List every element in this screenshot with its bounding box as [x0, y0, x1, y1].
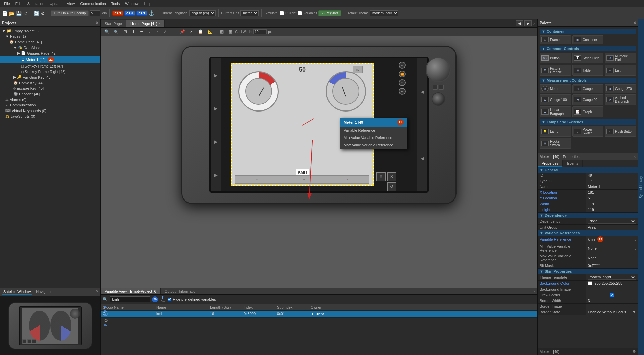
- vv-search-input[interactable]: [110, 296, 150, 302]
- col-length[interactable]: Length (Bits): [210, 305, 244, 309]
- prop-borderwidth-value[interactable]: 3: [586, 298, 638, 303]
- prop-unitgroup-value[interactable]: Area: [586, 225, 638, 230]
- tab-nav-right[interactable]: ▶: [524, 20, 532, 26]
- container-section-header[interactable]: ▼ Container: [540, 29, 636, 34]
- dependency-select[interactable]: None: [588, 219, 636, 224]
- palette-list[interactable]: ≡ List: [605, 65, 636, 76]
- align-right-tool[interactable]: ↔: [153, 28, 160, 35]
- save-icon[interactable]: 💾: [16, 11, 22, 16]
- palette-gauge180[interactable]: ◒ Gauge 180: [540, 94, 571, 105]
- print-icon[interactable]: 🖨: [23, 11, 28, 16]
- prop-typeid-value[interactable]: 17: [586, 178, 638, 184]
- max-varref-edit-btn[interactable]: …: [632, 256, 636, 260]
- align-left-tool[interactable]: ⬅: [138, 28, 145, 35]
- tree-item-meter1[interactable]: ⚙ Meter 1 [49] 22: [0, 56, 100, 63]
- varref-edit-btn[interactable]: …: [632, 237, 636, 241]
- props-tab-events[interactable]: Events: [563, 160, 583, 167]
- dependency-section-header[interactable]: ▼ Dependency: [538, 213, 638, 218]
- tree-item-datamask[interactable]: ▼ 🎭 DataMask: [0, 45, 100, 50]
- borderstate-edit-btn[interactable]: ▼: [632, 310, 636, 314]
- palette-rockerswitch[interactable]: ⊟ Rocker Switch: [540, 138, 571, 149]
- palette-frame[interactable]: ☐ Frame: [540, 35, 571, 44]
- can-button-3[interactable]: CAN: [136, 11, 147, 16]
- menu-view[interactable]: View: [64, 1, 78, 6]
- tree-item-softkey-right[interactable]: □ Softkey Frame Right [48]: [0, 69, 100, 74]
- tab-close-button[interactable]: ×: [158, 21, 160, 25]
- left-arrow-2[interactable]: ▶: [211, 100, 221, 117]
- align-center-tool[interactable]: ↕: [146, 28, 152, 35]
- tree-item-escapekey[interactable]: ⎋ Escape Key [45]: [0, 86, 100, 91]
- symbol-library-sidebar[interactable]: Symbol Library: [638, 19, 644, 355]
- prop-dependency-value[interactable]: None: [586, 218, 638, 224]
- can-button-1[interactable]: CAN: [112, 11, 123, 16]
- lock-tool[interactable]: 📌: [178, 28, 187, 35]
- side-btn-1[interactable]: [433, 85, 438, 90]
- props-settings-icon[interactable]: ⚙: [633, 349, 636, 354]
- tree-item-functionkey[interactable]: ▶ 🔑 Function Key [43]: [0, 74, 100, 80]
- palette-pushbutton[interactable]: ⊙ Push Button: [605, 126, 636, 137]
- left-arrow-4[interactable]: ▶: [211, 167, 221, 183]
- prop-height-value[interactable]: 119: [586, 207, 638, 212]
- prop-bgimage-value[interactable]: [586, 286, 638, 292]
- prop-max-varref-value[interactable]: None …: [586, 253, 638, 263]
- tree-item-communication[interactable]: ↔ Communication: [0, 102, 100, 108]
- palette-table[interactable]: ⊞ Table: [572, 65, 603, 76]
- lamps-section-header[interactable]: ▼ Lamps and Switches: [540, 119, 636, 125]
- prop-id-value[interactable]: 49: [586, 173, 638, 178]
- sync-icon[interactable]: 🔄: [34, 11, 39, 16]
- tab-nav-left[interactable]: ◀: [516, 20, 523, 26]
- restart-button[interactable]: ● (Re)Start: [318, 10, 341, 16]
- menu-file[interactable]: File: [1, 1, 13, 6]
- main-knob[interactable]: [426, 57, 451, 82]
- var-btn-2[interactable]: Var: [104, 310, 109, 313]
- left-arrow-1[interactable]: ▶: [211, 67, 221, 84]
- tree-item-alarms[interactable]: ⚠ Alarms (0): [0, 97, 100, 102]
- side-btn-2[interactable]: [439, 85, 444, 90]
- prop-bgcolor-value[interactable]: 255,255,255,255: [586, 281, 638, 286]
- zoom-search-icon[interactable]: 🔍: [103, 297, 108, 302]
- min-varref-edit-btn[interactable]: …: [632, 246, 636, 250]
- palette-graph[interactable]: 📈 Graph: [572, 106, 603, 117]
- variables-checkbox[interactable]: [298, 11, 302, 15]
- context-min-variable[interactable]: Min Value Variable Reference: [340, 134, 407, 141]
- auto-backup-button[interactable]: Turn On Auto Backup: [51, 10, 89, 16]
- var-btn-4[interactable]: Var: [104, 324, 109, 327]
- prop-xlocation-value[interactable]: 181: [586, 190, 638, 195]
- var-btn-1[interactable]: Var: [104, 306, 109, 309]
- palette-gauge90[interactable]: ◓ Gauge 90: [572, 94, 603, 105]
- prop-ylocation-value[interactable]: 51: [586, 195, 638, 201]
- common-section-header[interactable]: ▼ Common Controls: [540, 46, 636, 51]
- tree-item-softkey-left[interactable]: □ Softkey Frame Left [47]: [0, 63, 100, 69]
- prop-min-varref-value[interactable]: None …: [586, 243, 638, 253]
- prop-width-value[interactable]: 119: [586, 201, 638, 207]
- col-name[interactable]: Name: [156, 305, 210, 309]
- tree-item-gaugespage[interactable]: ▶ 📄 Gauges Page [42]: [0, 50, 100, 56]
- palette-linearbargraph[interactable]: ▬ Linear Bargraph: [540, 106, 571, 117]
- var-btn-3[interactable]: Var: [104, 314, 109, 317]
- grid-toggle-1[interactable]: ▦: [218, 28, 225, 35]
- var-icon-1[interactable]: ⬆: [161, 296, 166, 299]
- palette-numericfield[interactable]: 3 Numeric Field: [605, 53, 636, 63]
- palette-close[interactable]: ×: [634, 20, 636, 25]
- tree-item-pages[interactable]: ▼ Pages (1): [0, 34, 100, 39]
- col-subindex[interactable]: SubIndex: [277, 305, 311, 309]
- draw-border-checkbox[interactable]: [588, 293, 636, 297]
- context-variable-reference[interactable]: Variable Reference: [340, 127, 407, 134]
- palette-stringfield[interactable]: T String Field: [572, 53, 603, 63]
- grid-width-input[interactable]: [253, 29, 267, 34]
- prop-borderimage-value[interactable]: [586, 304, 638, 309]
- anchor-icon[interactable]: ⚓: [148, 10, 155, 16]
- palette-container[interactable]: ▣ Container: [572, 35, 603, 44]
- grid-toggle-2[interactable]: ▦: [227, 28, 234, 35]
- can-button-2[interactable]: CAN: [124, 11, 135, 16]
- target-btn-2[interactable]: ✕: [387, 172, 396, 181]
- prop-name-value[interactable]: Meter 1: [586, 184, 638, 189]
- tab-startpage[interactable]: Start Page: [101, 20, 126, 27]
- palette-gauge[interactable]: ◎ Gauge: [572, 84, 603, 93]
- variable-ref-section-header[interactable]: ▼ Variable References: [538, 230, 638, 236]
- menu-edit[interactable]: Edit: [13, 1, 24, 6]
- menu-simulation[interactable]: Simulation: [24, 1, 47, 6]
- secondary-knob[interactable]: [432, 92, 445, 106]
- palette-lamp[interactable]: 💡 Lamp: [540, 126, 571, 137]
- menu-tools[interactable]: Tools: [109, 1, 123, 6]
